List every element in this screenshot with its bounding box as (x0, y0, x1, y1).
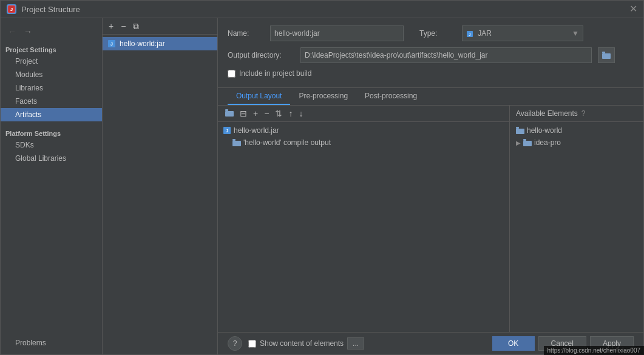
tab-pre-processing[interactable]: Pre-processing (290, 88, 356, 105)
avail-item-idea-pro[interactable]: ▶ idea-pro (510, 137, 643, 149)
project-settings-label: Project Settings (1, 42, 102, 55)
platform-settings-label: Platform Settings (1, 126, 102, 138)
svg-rect-13 (232, 139, 236, 141)
browse-icon (602, 52, 611, 59)
jar-tree-icon: J (223, 126, 231, 135)
show-content-label: Show content of elements (260, 339, 344, 348)
type-select-value: J JAR (466, 29, 492, 38)
svg-rect-8 (225, 111, 234, 117)
type-dropdown-arrow: ▼ (572, 29, 579, 38)
include-build-row: Include in project build (228, 69, 634, 78)
tabs-bar: Output Layout Pre-processing Post-proces… (218, 88, 643, 106)
svg-text:J: J (10, 7, 13, 12)
svg-rect-15 (516, 127, 519, 129)
svg-rect-7 (602, 52, 605, 53)
svg-rect-12 (232, 141, 241, 146)
app-icon: J (7, 4, 16, 14)
main-content: ← → Project Settings Project Modules Lib… (1, 18, 643, 354)
layout-folder-btn[interactable] (223, 108, 236, 119)
folder-hello-icon (516, 127, 524, 134)
artifact-list-item[interactable]: J hello-world:jar (103, 37, 217, 50)
browse-dir-button[interactable] (598, 47, 615, 63)
output-layout-content: ⊟ + − ⇅ ↑ ↓ J (218, 106, 643, 332)
back-button[interactable]: ← (5, 25, 19, 38)
expand-arrow: ▶ (516, 140, 521, 146)
show-content-checkbox[interactable] (248, 340, 256, 348)
sidebar: ← → Project Settings Project Modules Lib… (1, 18, 103, 354)
jar-type-icon: J (466, 30, 473, 38)
folder-idea-icon (523, 139, 532, 146)
svg-rect-16 (523, 141, 532, 146)
ok-button[interactable]: OK (492, 336, 535, 351)
name-input[interactable] (270, 25, 404, 41)
svg-rect-6 (602, 53, 611, 59)
avail-item-hello-world[interactable]: hello-world (510, 124, 643, 137)
svg-rect-14 (516, 129, 524, 134)
sidebar-item-sdks[interactable]: SDKs (1, 138, 102, 152)
available-header: Available Elements ? (510, 106, 643, 122)
sidebar-item-libraries[interactable]: Libraries (1, 81, 102, 95)
sidebar-item-problems[interactable]: Problems (1, 336, 102, 350)
type-label: Type: (419, 29, 456, 38)
forward-button[interactable]: → (21, 25, 35, 38)
help-button[interactable]: ? (228, 336, 242, 351)
svg-rect-17 (523, 139, 526, 141)
name-type-row: Name: Type: J JAR ▼ (228, 25, 634, 41)
available-panel: Available Elements ? hello-world (510, 106, 643, 332)
artifact-panel: + − ⧉ J hello-world:jar (103, 18, 218, 354)
output-dir-input[interactable] (300, 47, 592, 63)
tab-post-processing[interactable]: Post-processing (356, 88, 425, 105)
name-label: Name: (228, 29, 264, 38)
bottom-left: ? Show content of elements ... (228, 336, 364, 351)
window-title: Project Structure (21, 5, 80, 14)
layout-area: ⊟ + − ⇅ ↑ ↓ J (218, 106, 510, 332)
tree-area: J hello-world.jar 'hello-world' compile … (218, 122, 509, 332)
available-help-icon[interactable]: ? (581, 109, 586, 118)
sidebar-item-facets[interactable]: Facets (1, 95, 102, 108)
output-dir-label: Output directory: (228, 51, 294, 59)
show-content-dots-button[interactable]: ... (347, 337, 364, 350)
layout-down-btn[interactable]: ↓ (296, 108, 305, 119)
type-select[interactable]: J JAR ▼ (462, 25, 583, 41)
title-bar-left: J Project Structure (7, 4, 80, 14)
tab-content: ⊟ + − ⇅ ↑ ↓ J (218, 106, 643, 354)
include-build-label: Include in project build (239, 69, 311, 78)
layout-toolbar: ⊟ + − ⇅ ↑ ↓ (218, 106, 509, 122)
svg-text:J: J (226, 129, 228, 133)
sidebar-item-modules[interactable]: Modules (1, 68, 102, 81)
tree-item-compile-output[interactable]: 'hello-world' compile output (218, 137, 509, 149)
layout-add-btn[interactable]: + (251, 108, 260, 119)
copy-artifact-button[interactable]: ⧉ (130, 21, 141, 32)
layout-reorder-btn[interactable]: ⇅ (273, 108, 285, 119)
project-structure-window: J Project Structure ✕ ← → Project Settin… (0, 0, 644, 355)
title-bar: J Project Structure ✕ (1, 1, 643, 18)
available-tree: hello-world ▶ idea-pro (510, 122, 643, 332)
sidebar-item-artifacts[interactable]: Artifacts (1, 108, 102, 121)
remove-artifact-button[interactable]: − (118, 21, 128, 32)
tree-item-jar[interactable]: J hello-world.jar (218, 124, 509, 137)
nav-row: ← → (1, 23, 102, 42)
folder-icon (225, 109, 234, 117)
folder-compile-icon (232, 139, 241, 146)
close-button[interactable]: ✕ (629, 4, 637, 14)
layout-remove-btn[interactable]: − (262, 108, 271, 119)
add-artifact-button[interactable]: + (106, 21, 116, 32)
artifact-list: J hello-world:jar (103, 35, 217, 354)
sidebar-item-project[interactable]: Project (1, 55, 102, 68)
svg-rect-9 (225, 109, 228, 111)
include-build-checkbox[interactable] (228, 70, 236, 78)
output-dir-row: Output directory: (228, 47, 634, 63)
sidebar-item-global-libraries[interactable]: Global Libraries (1, 152, 102, 165)
config-area: Name: Type: J JAR ▼ (218, 18, 643, 88)
layout-up-btn[interactable]: ↑ (286, 108, 295, 119)
svg-text:J: J (469, 33, 470, 36)
svg-text:J: J (110, 42, 113, 46)
right-panel: Name: Type: J JAR ▼ (218, 18, 643, 354)
layout-sort-btn[interactable]: ⊟ (237, 108, 249, 119)
jar-icon: J (107, 39, 116, 48)
footer-url: https://blog.csdn.net/chenlixiao007 (544, 346, 644, 355)
show-content-row: Show content of elements ... (248, 337, 364, 350)
artifact-toolbar: + − ⧉ (103, 18, 217, 35)
tab-output-layout[interactable]: Output Layout (228, 88, 290, 105)
